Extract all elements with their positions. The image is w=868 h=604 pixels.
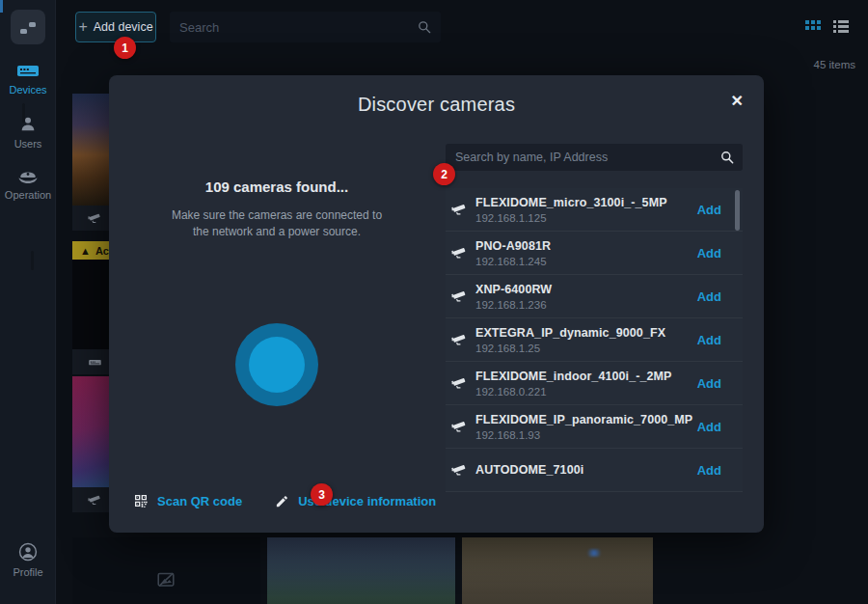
camera-name: XNP-6400RW: [475, 283, 552, 296]
scrollbar-thumb[interactable]: [735, 190, 740, 231]
modal-search-input[interactable]: [455, 144, 706, 171]
tutorial-step-badge-2: 2: [433, 163, 455, 185]
camera-ip-address: 192.168.0.221: [475, 386, 672, 398]
camera-name: EXTEGRA_IP_dynamic_9000_FX: [475, 326, 665, 340]
camera-ip-address: 192.168.1.245: [475, 256, 551, 267]
camera-thumbnail-tile[interactable]: [462, 537, 653, 604]
add-camera-button[interactable]: Add: [697, 289, 721, 304]
sidebar-item-label: Devices: [0, 84, 56, 96]
discovery-status-panel: 109 cameras found... Make sure the camer…: [109, 75, 445, 533]
app-window: D2 ▲ Acti 19 Cl: [0, 0, 868, 604]
sidebar: Devices Users Operation Profile: [0, 0, 56, 604]
add-device-button[interactable]: + Add device: [75, 12, 156, 42]
search-icon[interactable]: [417, 19, 432, 35]
top-search-input[interactable]: [179, 12, 401, 42]
close-icon[interactable]: ✕: [731, 94, 744, 109]
camera-row: EXTEGRA_IP_dynamic_9000_FX 192.168.1.25 …: [446, 318, 743, 362]
police-light-glow: [585, 549, 603, 557]
connection-hint-text: Make sure the cameras are connected to t…: [109, 207, 445, 240]
camera-info: FLEXIDOME_micro_3100i_-_5MP 192.168.1.12…: [475, 196, 667, 224]
cctv-camera-icon: [451, 288, 468, 305]
no-video-icon: [155, 569, 176, 590]
scanning-radar-circle: [235, 323, 318, 406]
search-icon[interactable]: [719, 150, 735, 165]
list-view-icon[interactable]: [833, 20, 849, 32]
use-device-information-link[interactable]: Use device information: [275, 494, 436, 508]
cctv-camera-icon: [451, 375, 468, 392]
sidebar-item-devices[interactable]: Devices: [0, 64, 56, 96]
add-camera-button[interactable]: Add: [697, 333, 721, 347]
camera-info: FLEXIDOME_indoor_4100i_-_2MP 192.168.0.2…: [475, 370, 672, 398]
recorder-icon: [88, 355, 102, 370]
sidebar-item-label: Users: [0, 138, 56, 150]
add-camera-button[interactable]: Add: [697, 376, 721, 391]
sidebar-item-operation[interactable]: Operation: [0, 168, 56, 201]
add-camera-button[interactable]: Add: [697, 246, 721, 261]
camera-name: FLEXIDOME_micro_3100i_-_5MP: [475, 196, 667, 209]
discover-cameras-modal: Discover cameras ✕ 109 cameras found... …: [109, 75, 764, 533]
add-camera-button[interactable]: Add: [697, 203, 721, 217]
cctv-camera-icon: [88, 211, 102, 226]
grid-view-icon[interactable]: [805, 20, 821, 32]
modal-search-field: [446, 144, 743, 171]
qr-code-icon: [133, 493, 149, 508]
camera-info: FLEXIDOME_IP_panoramic_7000_MP 192.168.1…: [475, 413, 692, 441]
camera-name: FLEXIDOME_indoor_4100i_-_2MP: [475, 370, 672, 383]
camera-thumbnail-tile-offline[interactable]: [72, 537, 260, 604]
camera-info: PNO-A9081R 192.168.1.245: [475, 239, 551, 267]
tutorial-step-badge-1: 1: [114, 37, 136, 59]
cctv-camera-icon: [451, 245, 468, 261]
camera-ip-address: 192.168.1.125: [475, 212, 667, 224]
camera-info: AUTODOME_7100i: [475, 463, 583, 477]
cameras-found-text: 109 cameras found...: [109, 178, 445, 195]
sidebar-item-label: Operation: [0, 189, 56, 201]
cctv-camera-icon: [451, 332, 468, 348]
add-device-label: Add device: [94, 20, 153, 34]
camera-row: FLEXIDOME_indoor_4100i_-_2MP 192.168.0.2…: [446, 362, 743, 405]
app-logo[interactable]: [11, 10, 45, 44]
cctv-camera-icon: [451, 419, 468, 435]
pencil-icon: [275, 494, 289, 508]
scan-qr-code-link[interactable]: Scan QR code: [133, 493, 242, 508]
cctv-camera-icon: [451, 202, 468, 218]
discovered-camera-list: FLEXIDOME_micro_3100i_-_5MP 192.168.1.12…: [446, 188, 743, 492]
window-edge-accent: [0, 0, 3, 13]
camera-row: PNO-A9081R 192.168.1.245 Add: [446, 232, 743, 275]
scanning-radar-circle-inner: [249, 337, 305, 393]
camera-thumbnail-tile[interactable]: [267, 537, 455, 604]
police-cap-icon: [16, 168, 40, 185]
camera-row: AUTODOME_7100i Add: [446, 449, 743, 492]
profile-icon: [17, 541, 39, 563]
discovered-cameras-panel: FLEXIDOME_micro_3100i_-_5MP 192.168.1.12…: [446, 144, 743, 492]
cctv-camera-icon: [451, 462, 468, 479]
sidebar-item-profile[interactable]: Profile: [0, 541, 56, 578]
camera-name: AUTODOME_7100i: [475, 463, 583, 477]
cctv-camera-icon: [88, 493, 102, 508]
camera-ip-address: 192.168.1.25: [475, 343, 665, 354]
camera-info: EXTEGRA_IP_dynamic_9000_FX 192.168.1.25: [475, 326, 665, 354]
camera-row: FLEXIDOME_IP_panoramic_7000_MP 192.168.1…: [446, 405, 743, 449]
add-camera-button[interactable]: Add: [697, 463, 721, 478]
recorder-icon: [16, 64, 40, 80]
camera-info: XNP-6400RW 192.168.1.236: [475, 283, 552, 311]
camera-ip-address: 192.168.1.236: [475, 299, 552, 311]
sidebar-item-users[interactable]: Users: [0, 115, 56, 150]
modal-footer: Scan QR code Use device information: [133, 493, 436, 508]
plus-icon: +: [78, 18, 87, 36]
user-icon: [18, 115, 38, 134]
top-search-field: [170, 12, 441, 42]
tutorial-step-badge-3: 3: [311, 483, 333, 506]
camera-row: XNP-6400RW 192.168.1.236 Add: [446, 275, 743, 318]
camera-row: FLEXIDOME_micro_3100i_-_5MP 192.168.1.12…: [446, 188, 743, 232]
items-count: 45 items: [814, 59, 855, 70]
camera-name: PNO-A9081R: [475, 239, 551, 253]
camera-ip-address: 192.168.1.93: [475, 429, 692, 441]
add-camera-button[interactable]: Add: [697, 420, 721, 434]
camera-name: FLEXIDOME_IP_panoramic_7000_MP: [475, 413, 692, 426]
warning-triangle-icon: ▲: [80, 245, 91, 257]
sidebar-item-label: Profile: [0, 566, 56, 578]
scan-qr-code-label: Scan QR code: [157, 494, 242, 508]
